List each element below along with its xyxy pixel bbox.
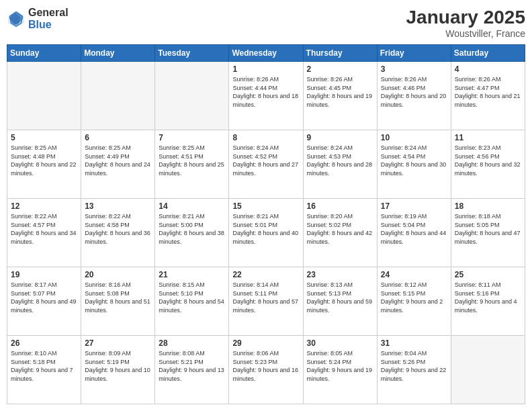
cell-text: Sunrise: 8:17 AM Sunset: 5:07 PM Dayligh… bbox=[11, 281, 77, 314]
calendar-cell: 27Sunrise: 8:09 AM Sunset: 5:19 PM Dayli… bbox=[81, 336, 155, 404]
cell-text: Sunrise: 8:26 AM Sunset: 4:47 PM Dayligh… bbox=[455, 75, 521, 109]
cell-text: Sunrise: 8:16 AM Sunset: 5:08 PM Dayligh… bbox=[85, 281, 151, 314]
day-number: 16 bbox=[307, 201, 373, 211]
day-number: 23 bbox=[307, 270, 373, 279]
calendar-cell: 12Sunrise: 8:22 AM Sunset: 4:57 PM Dayli… bbox=[7, 199, 81, 267]
day-number: 31 bbox=[381, 338, 447, 348]
calendar-cell: 14Sunrise: 8:21 AM Sunset: 5:00 PM Dayli… bbox=[155, 199, 229, 267]
page: General Blue January 2025 Woustviller, F… bbox=[0, 0, 532, 411]
day-number: 19 bbox=[11, 270, 77, 279]
cell-text: Sunrise: 8:26 AM Sunset: 4:44 PM Dayligh… bbox=[232, 75, 299, 109]
day-number: 25 bbox=[455, 270, 521, 279]
calendar-cell: 5Sunrise: 8:25 AM Sunset: 4:48 PM Daylig… bbox=[7, 130, 81, 199]
cell-text: Sunrise: 8:20 AM Sunset: 5:02 PM Dayligh… bbox=[307, 212, 373, 246]
calendar-cell: 11Sunrise: 8:23 AM Sunset: 4:56 PM Dayli… bbox=[451, 130, 525, 199]
calendar-cell: 8Sunrise: 8:24 AM Sunset: 4:52 PM Daylig… bbox=[229, 130, 303, 199]
day-number: 22 bbox=[232, 270, 299, 279]
day-number: 18 bbox=[455, 201, 521, 211]
day-number: 2 bbox=[307, 64, 373, 74]
calendar-header-wednesday: Wednesday bbox=[229, 45, 303, 62]
calendar-cell: 23Sunrise: 8:13 AM Sunset: 5:13 PM Dayli… bbox=[303, 267, 377, 336]
calendar-cell: 22Sunrise: 8:14 AM Sunset: 5:11 PM Dayli… bbox=[229, 267, 303, 336]
logo-general-text: General bbox=[28, 7, 69, 19]
cell-text: Sunrise: 8:10 AM Sunset: 5:18 PM Dayligh… bbox=[11, 349, 77, 383]
cell-text: Sunrise: 8:13 AM Sunset: 5:13 PM Dayligh… bbox=[307, 281, 373, 314]
calendar-week-row: 19Sunrise: 8:17 AM Sunset: 5:07 PM Dayli… bbox=[7, 267, 525, 336]
calendar-cell bbox=[451, 336, 525, 404]
calendar-week-row: 1Sunrise: 8:26 AM Sunset: 4:44 PM Daylig… bbox=[7, 62, 525, 130]
title-block: January 2025 Woustviller, France bbox=[406, 7, 525, 39]
cell-text: Sunrise: 8:24 AM Sunset: 4:53 PM Dayligh… bbox=[307, 144, 373, 177]
day-number: 28 bbox=[159, 338, 225, 348]
cell-text: Sunrise: 8:24 AM Sunset: 4:54 PM Dayligh… bbox=[381, 144, 447, 177]
month-title: January 2025 bbox=[406, 7, 525, 28]
logo-icon bbox=[7, 9, 26, 28]
cell-text: Sunrise: 8:09 AM Sunset: 5:19 PM Dayligh… bbox=[85, 349, 151, 383]
cell-text: Sunrise: 8:18 AM Sunset: 5:05 PM Dayligh… bbox=[455, 212, 521, 246]
calendar-cell: 3Sunrise: 8:26 AM Sunset: 4:46 PM Daylig… bbox=[377, 62, 451, 130]
day-number: 29 bbox=[232, 338, 299, 348]
calendar-cell bbox=[155, 62, 229, 130]
calendar-cell: 17Sunrise: 8:19 AM Sunset: 5:04 PM Dayli… bbox=[377, 199, 451, 267]
calendar-cell: 4Sunrise: 8:26 AM Sunset: 4:47 PM Daylig… bbox=[451, 62, 525, 130]
day-number: 10 bbox=[381, 133, 447, 142]
calendar-cell: 15Sunrise: 8:21 AM Sunset: 5:01 PM Dayli… bbox=[229, 199, 303, 267]
calendar-week-row: 5Sunrise: 8:25 AM Sunset: 4:48 PM Daylig… bbox=[7, 130, 525, 199]
cell-text: Sunrise: 8:25 AM Sunset: 4:51 PM Dayligh… bbox=[159, 144, 225, 177]
day-number: 8 bbox=[232, 133, 299, 142]
cell-text: Sunrise: 8:26 AM Sunset: 4:46 PM Dayligh… bbox=[381, 75, 447, 109]
day-number: 11 bbox=[455, 133, 521, 142]
calendar-header-saturday: Saturday bbox=[451, 45, 525, 62]
calendar-header-sunday: Sunday bbox=[7, 45, 81, 62]
logo: General Blue bbox=[7, 7, 69, 30]
calendar-week-row: 12Sunrise: 8:22 AM Sunset: 4:57 PM Dayli… bbox=[7, 199, 525, 267]
day-number: 1 bbox=[232, 64, 299, 74]
calendar-header-thursday: Thursday bbox=[303, 45, 377, 62]
day-number: 20 bbox=[85, 270, 151, 279]
cell-text: Sunrise: 8:06 AM Sunset: 5:23 PM Dayligh… bbox=[232, 349, 299, 383]
calendar-cell: 20Sunrise: 8:16 AM Sunset: 5:08 PM Dayli… bbox=[81, 267, 155, 336]
calendar-cell: 7Sunrise: 8:25 AM Sunset: 4:51 PM Daylig… bbox=[155, 130, 229, 199]
cell-text: Sunrise: 8:25 AM Sunset: 4:48 PM Dayligh… bbox=[11, 144, 77, 177]
calendar-cell: 9Sunrise: 8:24 AM Sunset: 4:53 PM Daylig… bbox=[303, 130, 377, 199]
cell-text: Sunrise: 8:05 AM Sunset: 5:24 PM Dayligh… bbox=[307, 349, 373, 383]
calendar-cell: 31Sunrise: 8:04 AM Sunset: 5:26 PM Dayli… bbox=[377, 336, 451, 404]
day-number: 6 bbox=[85, 133, 151, 142]
logo-blue-text: Blue bbox=[28, 19, 69, 31]
calendar-cell bbox=[7, 62, 81, 130]
logo-text: General Blue bbox=[28, 7, 69, 30]
day-number: 5 bbox=[11, 133, 77, 142]
day-number: 13 bbox=[85, 201, 151, 211]
day-number: 12 bbox=[11, 201, 77, 211]
day-number: 3 bbox=[381, 64, 447, 74]
calendar-cell: 18Sunrise: 8:18 AM Sunset: 5:05 PM Dayli… bbox=[451, 199, 525, 267]
cell-text: Sunrise: 8:21 AM Sunset: 5:00 PM Dayligh… bbox=[159, 212, 225, 246]
cell-text: Sunrise: 8:15 AM Sunset: 5:10 PM Dayligh… bbox=[159, 281, 225, 314]
calendar-cell: 30Sunrise: 8:05 AM Sunset: 5:24 PM Dayli… bbox=[303, 336, 377, 404]
cell-text: Sunrise: 8:26 AM Sunset: 4:45 PM Dayligh… bbox=[307, 75, 373, 109]
cell-text: Sunrise: 8:25 AM Sunset: 4:49 PM Dayligh… bbox=[85, 144, 151, 177]
calendar-header-tuesday: Tuesday bbox=[155, 45, 229, 62]
calendar-cell: 6Sunrise: 8:25 AM Sunset: 4:49 PM Daylig… bbox=[81, 130, 155, 199]
day-number: 14 bbox=[159, 201, 225, 211]
cell-text: Sunrise: 8:23 AM Sunset: 4:56 PM Dayligh… bbox=[455, 144, 521, 177]
day-number: 30 bbox=[307, 338, 373, 348]
day-number: 21 bbox=[159, 270, 225, 279]
day-number: 9 bbox=[307, 133, 373, 142]
calendar-cell: 29Sunrise: 8:06 AM Sunset: 5:23 PM Dayli… bbox=[229, 336, 303, 404]
day-number: 4 bbox=[455, 64, 521, 74]
calendar-cell: 28Sunrise: 8:08 AM Sunset: 5:21 PM Dayli… bbox=[155, 336, 229, 404]
calendar-cell: 13Sunrise: 8:22 AM Sunset: 4:58 PM Dayli… bbox=[81, 199, 155, 267]
day-number: 7 bbox=[159, 133, 225, 142]
cell-text: Sunrise: 8:22 AM Sunset: 4:57 PM Dayligh… bbox=[11, 212, 77, 246]
calendar-cell: 2Sunrise: 8:26 AM Sunset: 4:45 PM Daylig… bbox=[303, 62, 377, 130]
cell-text: Sunrise: 8:04 AM Sunset: 5:26 PM Dayligh… bbox=[381, 349, 447, 383]
calendar-header-monday: Monday bbox=[81, 45, 155, 62]
calendar-cell bbox=[81, 62, 155, 130]
day-number: 15 bbox=[232, 201, 299, 211]
location: Woustviller, France bbox=[406, 28, 525, 39]
calendar-cell: 19Sunrise: 8:17 AM Sunset: 5:07 PM Dayli… bbox=[7, 267, 81, 336]
cell-text: Sunrise: 8:24 AM Sunset: 4:52 PM Dayligh… bbox=[232, 144, 299, 177]
cell-text: Sunrise: 8:22 AM Sunset: 4:58 PM Dayligh… bbox=[85, 212, 151, 246]
day-number: 26 bbox=[11, 338, 77, 348]
